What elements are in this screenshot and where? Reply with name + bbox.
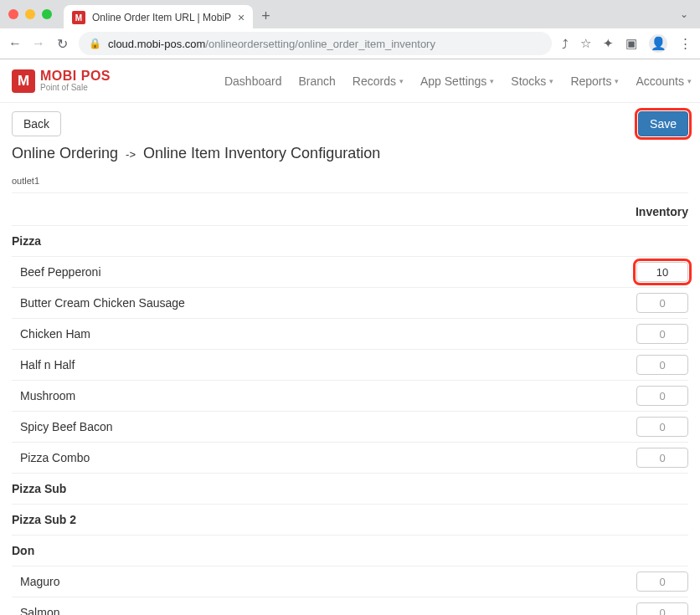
inventory-input[interactable] [636,324,688,344]
outlet-label: outlet1 [12,166,688,193]
nav-item-label: Dashboard [224,74,282,88]
inventory-header-label: Inventory [636,205,688,218]
nav-item-records[interactable]: Records▾ [353,74,404,88]
logo[interactable]: M MOBI POS Point of Sale [12,69,111,93]
save-button[interactable]: Save [638,111,688,136]
logo-text: MOBI POS Point of Sale [40,69,111,92]
nav-item-label: Accounts [636,74,684,88]
url-host: cloud.mobi-pos.com [108,38,205,50]
inventory-input[interactable] [636,293,688,313]
new-tab-button[interactable]: + [261,8,270,25]
nav-item-branch[interactable]: Branch [298,74,335,88]
nav-item-stocks[interactable]: Stocks▾ [511,74,553,88]
window-maximize-icon[interactable] [42,9,52,19]
browser-chrome: M Online Order Item URL | MobiP × + ⌄ ← … [0,0,700,59]
item-row: Half n Half [12,350,688,381]
favicon-icon: M [72,11,85,24]
logo-title: MOBI POS [40,69,111,84]
item-row: Salmon [12,597,688,615]
nav-item-accounts[interactable]: Accounts▾ [636,74,692,88]
nav-item-reports[interactable]: Reports▾ [570,74,619,88]
nav-item-label: Records [353,74,396,88]
item-label: Spicy Beef Bacon [12,420,636,433]
page-content: Back Save Online Ordering -> Online Item… [0,103,700,615]
item-row: Pizza Combo [12,443,688,474]
profile-avatar-icon[interactable]: 👤 [649,34,667,53]
breadcrumb-root: Online Ordering [12,145,118,161]
extensions-icon[interactable]: ✦ [603,36,614,51]
tabs-dropdown-icon[interactable]: ⌄ [680,8,688,20]
inventory-input[interactable] [636,355,688,375]
breadcrumb: Online Ordering -> Online Item Inventory… [12,145,688,162]
item-label: Pizza Combo [12,451,636,464]
chevron-down-icon: ▾ [549,77,553,85]
lock-icon: 🔒 [89,38,101,49]
action-row: Back Save [12,111,688,136]
app-header: M MOBI POS Point of Sale DashboardBranch… [0,59,700,103]
logo-mark-icon: M [12,69,35,93]
item-label: Maguro [12,575,636,588]
item-label: Beef Pepperoni [12,265,636,279]
browser-tab[interactable]: M Online Order Item URL | MobiP × [64,5,253,30]
inventory-input[interactable] [636,417,688,437]
bookmark-icon[interactable]: ☆ [580,36,591,51]
inventory-input[interactable] [636,386,688,406]
inventory-list: PizzaBeef PepperoniButter Cream Chicken … [12,226,688,615]
item-label: Chicken Ham [12,327,636,341]
inventory-input[interactable] [636,262,688,282]
url-path: /onlineordersetting/online_order_item_in… [205,38,435,50]
chevron-down-icon: ▾ [490,77,494,85]
nav-item-label: Reports [570,74,611,88]
back-button[interactable]: Back [12,111,61,136]
item-row: Mushroom [12,381,688,412]
category-header: Pizza Sub 2 [12,505,688,536]
window-close-icon[interactable] [8,9,18,19]
kebab-menu-icon[interactable]: ⋮ [679,36,692,51]
address-bar-row: ← → ↻ 🔒 cloud.mobi-pos.com/onlineorderse… [0,28,700,59]
address-bar[interactable]: 🔒 cloud.mobi-pos.com/onlineordersetting/… [79,32,552,55]
category-header: Don [12,536,688,566]
item-row: Butter Cream Chicken Sausage [12,288,688,319]
tab-title: Online Order Item URL | MobiP [92,12,231,23]
panel-icon[interactable]: ▣ [625,36,637,51]
item-label: Mushroom [12,389,636,402]
item-label: Half n Half [12,358,636,372]
item-row: Spicy Beef Bacon [12,412,688,443]
item-row: Beef Pepperoni [12,257,688,288]
toolbar-right: ⤴ ☆ ✦ ▣ 👤 ⋮ [562,34,692,53]
nav-item-app-settings[interactable]: App Settings▾ [420,74,494,88]
inventory-column-header: Inventory [12,198,688,226]
category-header: Pizza Sub [12,474,688,505]
chevron-down-icon: ▾ [615,77,619,85]
item-label: Salmon [12,606,636,615]
nav-back-icon[interactable]: ← [8,36,22,51]
tab-close-icon[interactable]: × [238,11,244,24]
nav-reload-icon[interactable]: ↻ [55,36,69,52]
chevron-down-icon: ▾ [687,77,692,85]
nav-item-label: Stocks [511,74,546,88]
window-controls [8,9,52,19]
main-nav: DashboardBranchRecords▾App Settings▾Stoc… [224,74,692,88]
breadcrumb-sep: -> [126,148,136,161]
nav-item-label: Branch [298,74,335,88]
chevron-down-icon: ▾ [399,77,404,85]
inventory-input[interactable] [636,571,688,592]
nav-item-dashboard[interactable]: Dashboard [224,74,282,88]
logo-subtitle: Point of Sale [40,84,111,93]
item-label: Butter Cream Chicken Sausage [12,296,636,310]
item-row: Chicken Ham [12,319,688,350]
inventory-input[interactable] [636,448,688,468]
window-minimize-icon[interactable] [25,9,35,19]
inventory-input[interactable] [636,602,688,615]
nav-forward-icon: → [32,36,45,51]
breadcrumb-leaf: Online Item Inventory Configuration [143,145,380,161]
nav-item-label: App Settings [420,74,486,88]
tab-strip: M Online Order Item URL | MobiP × + ⌄ [0,0,700,28]
category-header: Pizza [12,226,688,257]
share-icon[interactable]: ⤴ [562,37,569,51]
item-row: Maguro [12,566,688,597]
